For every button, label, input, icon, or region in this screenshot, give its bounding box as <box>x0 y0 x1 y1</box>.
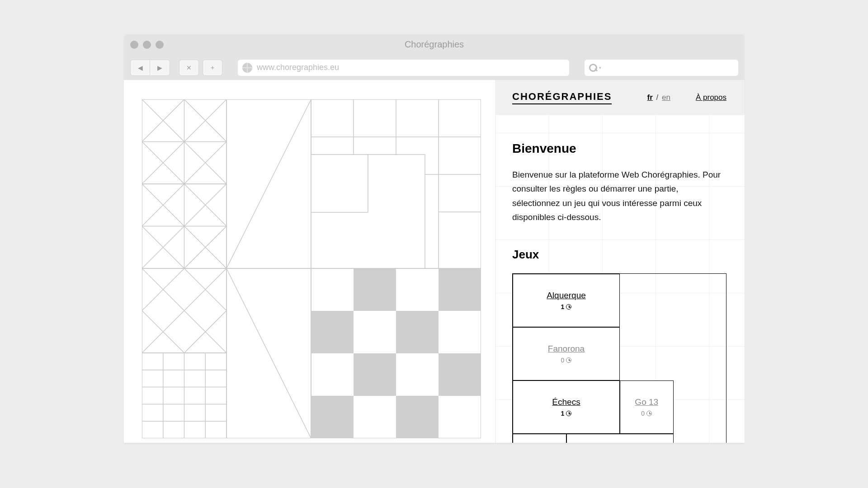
game-count: 1 <box>561 410 572 417</box>
url-text: www.choregraphies.eu <box>257 63 339 72</box>
games-grid: Alquerque 1 Fanorona 0 <box>512 273 726 443</box>
game-name: Fanorona <box>548 344 585 354</box>
nav-back-button[interactable]: ◀ <box>130 60 150 76</box>
browser-title: Chorégraphies <box>124 39 745 50</box>
lang-fr-link[interactable]: fr <box>647 93 653 102</box>
game-count: 0 <box>561 357 572 364</box>
browser-search[interactable]: ▾ <box>585 60 738 76</box>
svg-line-50 <box>226 268 311 438</box>
clock-icon <box>566 304 571 310</box>
game-name: Échecs <box>552 397 580 407</box>
svg-rect-53 <box>439 268 481 311</box>
svg-rect-52 <box>354 268 396 311</box>
clock-icon <box>646 411 652 416</box>
globe-icon <box>242 63 252 73</box>
game-tile-go13[interactable]: Go 13 0 <box>620 380 674 434</box>
clock-icon <box>566 411 571 416</box>
svg-rect-56 <box>354 353 396 396</box>
games-heading: Jeux <box>512 248 726 262</box>
browser-window: Chorégraphies ◀ ▶ ✕ ＋ www.choregraphies.… <box>124 34 745 443</box>
browser-toolbar: ◀ ▶ ✕ ＋ www.choregraphies.eu ▾ <box>124 55 745 80</box>
game-count: 0 <box>641 410 652 417</box>
svg-rect-58 <box>311 396 354 438</box>
svg-rect-54 <box>311 311 354 353</box>
brand-logo[interactable]: CHORÉGRAPHIES <box>512 91 612 104</box>
svg-rect-57 <box>439 353 481 396</box>
game-tile-fanorona[interactable]: Fanorona 0 <box>513 327 620 380</box>
language-switch: fr / en <box>647 93 670 102</box>
lang-separator: / <box>656 93 659 102</box>
lang-en-link[interactable]: en <box>662 93 670 102</box>
svg-line-20 <box>226 99 311 268</box>
game-tile-moulin[interactable]: Moulin 0 <box>566 434 674 443</box>
sidebar-body: Bienvenue Bienvenue sur la plateforme We… <box>496 115 745 443</box>
sidebar: CHORÉGRAPHIES fr / en À propos Bienvenue… <box>495 80 745 443</box>
game-tile-go19[interactable]: Go 19 0 <box>513 434 566 443</box>
game-tile-alquerque[interactable]: Alquerque 1 <box>513 274 620 327</box>
browser-titlebar: Chorégraphies <box>124 34 745 55</box>
page-viewport: CHORÉGRAPHIES fr / en À propos Bienvenue… <box>124 80 745 443</box>
browser-chrome: Chorégraphies ◀ ▶ ✕ ＋ www.choregraphies.… <box>124 34 745 80</box>
welcome-heading: Bienvenue <box>512 141 726 156</box>
search-dropdown-icon: ▾ <box>599 66 601 70</box>
nav-add-button[interactable]: ＋ <box>203 60 222 76</box>
game-count: 1 <box>561 303 572 310</box>
nav-stop-button[interactable]: ✕ <box>179 60 199 76</box>
game-name: Alquerque <box>547 291 586 300</box>
url-bar[interactable]: www.choregraphies.eu <box>238 60 569 76</box>
board-illustration <box>124 80 495 443</box>
about-link[interactable]: À propos <box>696 93 726 102</box>
svg-rect-59 <box>396 396 439 438</box>
svg-rect-55 <box>396 311 439 353</box>
sidebar-header: CHORÉGRAPHIES fr / en À propos <box>496 80 745 115</box>
nav-forward-button[interactable]: ▶ <box>150 60 170 76</box>
game-tile-echecs[interactable]: Échecs 1 <box>513 380 620 434</box>
search-icon <box>589 64 597 72</box>
welcome-text: Bienvenue sur la plateforme Web Chorégra… <box>512 168 726 224</box>
game-name: Go 13 <box>635 397 658 407</box>
clock-icon <box>566 357 571 363</box>
